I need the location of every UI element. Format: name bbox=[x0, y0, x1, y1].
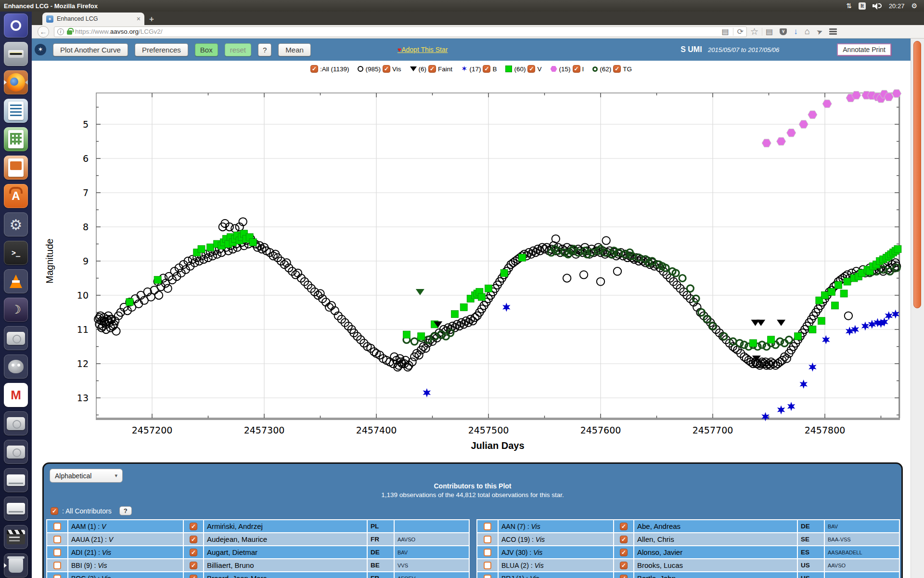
observer-plot-checkbox[interactable] bbox=[53, 549, 61, 556]
browser-tab[interactable]: ✶ Enhanced LCG × bbox=[42, 13, 144, 25]
observer-organization: AAVSO bbox=[824, 559, 899, 572]
legend-item-tg: (62)✓TG bbox=[592, 65, 632, 73]
legend-checkbox[interactable]: ✓ bbox=[483, 65, 490, 73]
observer-organization bbox=[394, 520, 469, 533]
firefox-icon[interactable] bbox=[4, 70, 28, 94]
legend-checkbox[interactable]: ✓ bbox=[428, 65, 436, 73]
reader-mode-icon[interactable]: ▤ bbox=[721, 27, 729, 36]
keyboard-layout-indicator[interactable]: It bbox=[859, 2, 866, 10]
point-tg bbox=[679, 275, 686, 282]
drive-2-icon[interactable] bbox=[4, 497, 28, 521]
session-menu-icon[interactable]: ⚙ bbox=[911, 2, 917, 10]
observer-include-checkbox[interactable]: ✓ bbox=[190, 549, 197, 556]
gimp-icon[interactable] bbox=[4, 355, 28, 379]
observer-include-checkbox[interactable]: ✓ bbox=[620, 549, 628, 556]
legend-checkbox[interactable]: ✓ bbox=[613, 65, 621, 73]
disk-3-icon[interactable] bbox=[4, 440, 28, 464]
libreoffice-impress-icon[interactable] bbox=[4, 156, 28, 180]
pocket-icon[interactable]: ∨ bbox=[780, 28, 787, 35]
plot-another-curve-button[interactable]: Plot Another Curve bbox=[53, 43, 128, 56]
page-scrollbar[interactable] bbox=[911, 39, 924, 578]
disk-2-icon[interactable] bbox=[4, 411, 28, 435]
help-button[interactable]: ? bbox=[258, 43, 271, 56]
light-curve-plot[interactable]: 2457200245730024574002457500245760024577… bbox=[32, 77, 911, 462]
preferences-button[interactable]: Preferences bbox=[135, 43, 188, 56]
point-v bbox=[154, 276, 161, 284]
volume-icon[interactable] bbox=[873, 2, 882, 9]
observer-plot-checkbox[interactable] bbox=[484, 575, 491, 578]
box-zoom-button[interactable]: Box bbox=[195, 43, 218, 56]
send-tab-icon[interactable]: ➤ bbox=[815, 26, 824, 37]
downloads-icon[interactable]: ↓ bbox=[794, 27, 798, 37]
vis-marker-icon bbox=[358, 66, 363, 72]
ubuntu-launcher-icon[interactable] bbox=[4, 13, 28, 38]
observer-plot-checkbox[interactable] bbox=[53, 575, 61, 578]
adopt-this-star-link[interactable]: ♥Adopt This Star bbox=[398, 46, 448, 53]
https-lock-icon[interactable] bbox=[67, 30, 72, 35]
observer-plot-checkbox[interactable] bbox=[484, 562, 491, 569]
observer-include-checkbox[interactable]: ✓ bbox=[620, 575, 628, 578]
legend-checkbox[interactable]: ✓ bbox=[527, 65, 535, 73]
observer-plot-checkbox[interactable] bbox=[484, 549, 491, 556]
disk-1-icon[interactable] bbox=[4, 326, 28, 350]
url-bar[interactable]: i https://www.aavso.org/LCGv2/ ▤ ⟳ bbox=[54, 26, 747, 37]
libreoffice-writer-icon[interactable] bbox=[4, 99, 28, 123]
contributors-subtitle: 1,139 observations of the 44,812 total o… bbox=[44, 491, 901, 499]
observer-plot-checkbox[interactable] bbox=[53, 562, 61, 569]
observer-include-checkbox[interactable]: ✓ bbox=[620, 562, 628, 569]
observer-include-checkbox[interactable]: ✓ bbox=[620, 536, 628, 543]
drive-1-icon[interactable] bbox=[4, 468, 28, 492]
clock[interactable]: 20:27 bbox=[889, 2, 905, 10]
legend-checkbox[interactable]: ✓ bbox=[573, 65, 580, 73]
contributors-help-button[interactable]: ? bbox=[119, 506, 132, 515]
reload-icon[interactable]: ⟳ bbox=[737, 27, 744, 36]
mean-button[interactable]: Mean bbox=[278, 43, 311, 56]
observer-code: AAN (7) : Vis bbox=[498, 520, 614, 533]
network-icon[interactable]: ⇅ bbox=[846, 2, 852, 10]
observer-plot-checkbox[interactable] bbox=[53, 523, 61, 530]
vlc-icon[interactable] bbox=[4, 269, 28, 293]
observer-include-checkbox[interactable]: ✓ bbox=[620, 523, 628, 530]
gmail-icon[interactable]: M bbox=[4, 383, 28, 407]
contributors-table-left: AAM (1) : V✓Armiński, AndrzejPLAAUA (21)… bbox=[46, 519, 470, 578]
home-icon[interactable]: ⌂ bbox=[805, 26, 810, 37]
scrollbar-thumb[interactable] bbox=[913, 41, 921, 308]
page-info-icon[interactable]: i bbox=[57, 28, 64, 35]
all-contributors-checkbox[interactable]: ✓ bbox=[51, 507, 58, 515]
back-button[interactable]: ← bbox=[38, 26, 49, 38]
observer-include-checkbox[interactable]: ✓ bbox=[190, 562, 197, 569]
observer-plot-checkbox[interactable] bbox=[53, 536, 61, 543]
point-vis bbox=[282, 259, 290, 266]
sort-order-select[interactable]: Alphabetical ▾ bbox=[50, 469, 123, 483]
observer-include-checkbox[interactable]: ✓ bbox=[190, 523, 197, 530]
observer-plot-checkbox[interactable] bbox=[484, 536, 491, 543]
terminal-icon[interactable]: >_ bbox=[4, 241, 28, 265]
stellarium-icon[interactable]: ☽ bbox=[4, 298, 28, 322]
observer-include-checkbox[interactable]: ✓ bbox=[190, 575, 197, 578]
contributors-panel: Alphabetical ▾ Contributors to this Plot… bbox=[42, 462, 903, 578]
observer-plot-checkbox[interactable] bbox=[484, 523, 491, 530]
legend-item-faint: (6)✓Faint bbox=[410, 65, 453, 73]
observer-code: ACO (19) : Vis bbox=[498, 533, 614, 546]
trash-icon[interactable] bbox=[4, 553, 28, 578]
legend-checkbox[interactable]: ✓ bbox=[383, 65, 390, 73]
observer-include-checkbox[interactable]: ✓ bbox=[190, 536, 197, 543]
reset-button[interactable]: reset bbox=[225, 43, 251, 56]
annotate-print-button[interactable]: Annotate Print bbox=[837, 43, 891, 56]
video-editor-icon[interactable] bbox=[4, 525, 28, 549]
new-tab-button[interactable]: + bbox=[149, 14, 154, 24]
libreoffice-calc-icon[interactable] bbox=[4, 127, 28, 151]
simple-scan-icon[interactable] bbox=[4, 42, 28, 66]
svg-text:2457700: 2457700 bbox=[693, 425, 733, 435]
url-text[interactable]: https://www.aavso.org/LCGv2/ bbox=[75, 28, 719, 35]
legend-checkbox[interactable]: ✓ bbox=[310, 65, 318, 73]
menu-icon[interactable] bbox=[829, 27, 837, 36]
aavso-logo-icon[interactable]: ✶ bbox=[35, 44, 46, 55]
system-settings-icon[interactable]: ⚙ bbox=[4, 212, 28, 236]
svg-text:2457400: 2457400 bbox=[356, 425, 397, 435]
bookmarks-icon[interactable]: ▤ bbox=[766, 27, 773, 36]
point-faint bbox=[416, 289, 424, 295]
bookmark-star-icon[interactable]: ☆ bbox=[750, 26, 758, 37]
tab-close-icon[interactable]: × bbox=[137, 15, 141, 22]
ubuntu-software-icon[interactable]: A bbox=[4, 184, 28, 208]
